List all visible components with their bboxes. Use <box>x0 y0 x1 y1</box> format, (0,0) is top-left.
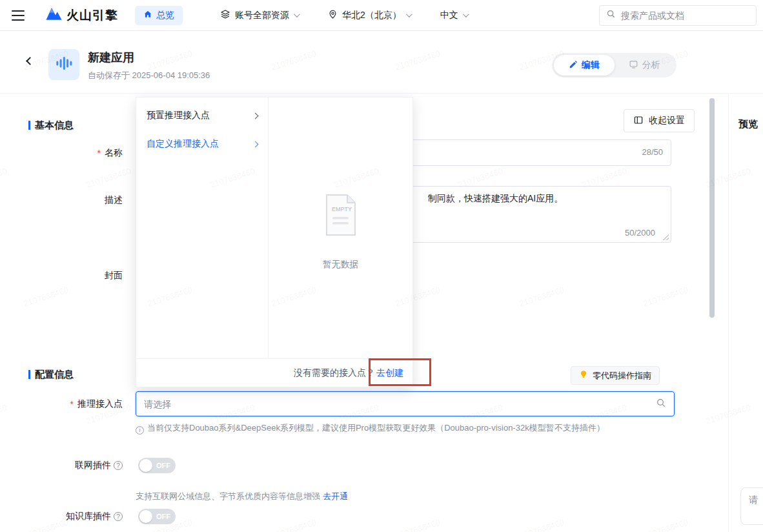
pencil-icon <box>569 60 578 71</box>
endpoint-select-input[interactable] <box>144 399 656 409</box>
resource-stack-icon <box>220 9 230 21</box>
vertical-scrollbar[interactable] <box>709 98 715 318</box>
nav-region-selector[interactable]: 华北2（北京） <box>328 10 411 21</box>
chevron-right-icon <box>252 112 259 119</box>
nav-account-resources[interactable]: 账号全部资源 <box>220 9 298 21</box>
lightbulb-icon <box>579 370 588 381</box>
mode-switch: 编辑 分析 <box>552 53 677 77</box>
endpoint-empty-state: EMPTY 暂无数据 <box>269 97 412 358</box>
chevron-down-icon <box>406 11 412 17</box>
search-input[interactable] <box>621 10 749 21</box>
overview-label: 总览 <box>156 10 174 21</box>
title-block: 新建应用 自动保存于 2025-06-04 19:05:36 <box>88 50 210 81</box>
page-header: 新建应用 自动保存于 2025-06-04 19:05:36 编辑 分析 <box>0 31 763 94</box>
config-section-title: 配置信息 <box>28 369 74 381</box>
edit-label: 编辑 <box>582 59 600 71</box>
empty-document-icon: EMPTY <box>269 193 412 240</box>
search-icon <box>606 9 616 21</box>
custom-endpoint-label: 自定义推理接入点 <box>147 138 219 150</box>
location-pin-icon <box>328 10 338 21</box>
web-plugin-toggle[interactable]: OFF <box>138 458 176 473</box>
preset-endpoint-label: 预置推理接入点 <box>147 110 210 121</box>
endpoint-label-text: 推理接入点 <box>77 398 123 410</box>
preview-title: 预览 <box>738 118 758 130</box>
activate-link[interactable]: 去开通 <box>323 491 348 501</box>
required-marker: * <box>70 399 74 409</box>
kb-plugin-state: OFF <box>156 509 170 524</box>
chevron-down-icon <box>463 11 469 17</box>
edit-tab[interactable]: 编辑 <box>554 55 615 76</box>
endpoint-dropdown-categories: 预置推理接入点 自定义推理接入点 <box>136 97 269 358</box>
svg-text:EMPTY: EMPTY <box>332 206 352 212</box>
cover-label: 封面 <box>0 270 123 281</box>
menu-icon[interactable] <box>10 9 26 22</box>
kb-plugin-label: 知识库插件 ? <box>0 511 123 522</box>
resize-grip-icon[interactable] <box>662 234 669 240</box>
top-navbar: 火山引擎 总览 账号全部资源 华北2（北京） 中文 <box>0 0 763 31</box>
custom-endpoint-item[interactable]: 自定义推理接入点 <box>136 130 268 158</box>
logo-mountain-icon <box>45 6 63 25</box>
chevron-right-icon <box>252 141 259 147</box>
toggle-knob <box>139 510 152 523</box>
no-code-guide-label: 零代码操作指南 <box>593 370 651 382</box>
endpoint-dropdown: 预置推理接入点 自定义推理接入点 EMPTY <box>136 97 413 387</box>
language-label: 中文 <box>440 10 458 21</box>
help-icon: ? <box>114 461 123 470</box>
back-button[interactable] <box>27 58 33 64</box>
web-plugin-hint: 支持互联网公域信息、字节系优质内容等信息增强去开通 <box>136 491 348 502</box>
endpoint-select[interactable] <box>136 391 675 416</box>
web-plugin-label-text: 联网插件 <box>75 460 111 471</box>
app-avatar <box>48 49 79 80</box>
name-label-text: 名称 <box>105 147 123 159</box>
account-resources-label: 账号全部资源 <box>235 10 289 21</box>
global-search[interactable] <box>599 5 757 26</box>
page-title: 新建应用 <box>88 50 210 65</box>
web-plugin-state: OFF <box>156 458 170 473</box>
name-label: * 名称 <box>0 147 123 159</box>
description-char-counter: 50/2000 <box>625 228 655 238</box>
preview-panel: 预览 请 <box>728 94 763 532</box>
home-icon <box>143 10 152 21</box>
chevron-left-icon <box>26 57 34 65</box>
search-icon <box>656 398 666 411</box>
basic-info-section-title: 基本信息 <box>28 119 74 132</box>
info-icon: i <box>136 426 144 435</box>
required-marker: * <box>97 148 101 158</box>
analyze-tab[interactable]: 分析 <box>615 55 675 76</box>
cover-label-text: 封面 <box>105 270 123 281</box>
toggle-knob <box>139 459 152 472</box>
description-label-text: 描述 <box>105 194 123 206</box>
analyze-label: 分析 <box>642 59 660 71</box>
settings-content: 基本信息 收起设置 * 名称 28/50 描述 制同款，快速搭建强大的AI应用。… <box>0 94 763 532</box>
empty-state-text: 暂无数据 <box>269 259 412 271</box>
dropdown-footer-text: 没有需要的接入点？ <box>294 367 375 379</box>
web-plugin-label: 联网插件 ? <box>0 460 123 471</box>
region-label: 华北2（北京） <box>342 10 402 21</box>
collapse-panel-icon <box>633 115 644 127</box>
preview-chat-input[interactable]: 请 <box>740 487 763 525</box>
chevron-down-icon <box>294 11 300 17</box>
brand-logo[interactable]: 火山引擎 <box>45 6 118 25</box>
annotation-box <box>369 358 431 386</box>
endpoint-label: * 推理接入点 <box>0 398 123 410</box>
nav-overview-button[interactable]: 总览 <box>135 6 183 25</box>
autosave-status: 自动保存于 2025-06-04 19:05:36 <box>88 70 210 81</box>
no-code-guide-button[interactable]: 零代码操作指南 <box>571 366 660 385</box>
waveform-icon <box>55 54 73 75</box>
kb-plugin-label-text: 知识库插件 <box>66 511 111 522</box>
web-plugin-hint-text: 支持互联网公域信息、字节系优质内容等信息增强 <box>136 491 320 501</box>
logo-text: 火山引擎 <box>66 7 118 24</box>
analyze-icon <box>629 59 638 71</box>
collapse-settings-button[interactable]: 收起设置 <box>624 109 695 132</box>
endpoint-hint: i当前仅支持Doubao系列&DeepSeek系列模型，建议使用Pro模型获取更… <box>136 422 678 435</box>
preset-endpoint-item[interactable]: 预置推理接入点 <box>136 101 268 130</box>
description-label: 描述 <box>0 194 123 206</box>
help-icon: ? <box>114 512 123 521</box>
nav-language-selector[interactable]: 中文 <box>440 10 467 21</box>
volcengine-console: 火山引擎 总览 账号全部资源 华北2（北京） 中文 <box>0 0 763 532</box>
name-char-counter: 28/50 <box>642 147 663 157</box>
collapse-settings-label: 收起设置 <box>649 115 685 127</box>
kb-plugin-toggle[interactable]: OFF <box>138 509 176 524</box>
endpoint-hint-text: 当前仅支持Doubao系列&DeepSeek系列模型，建议使用Pro模型获取更好… <box>147 423 605 433</box>
